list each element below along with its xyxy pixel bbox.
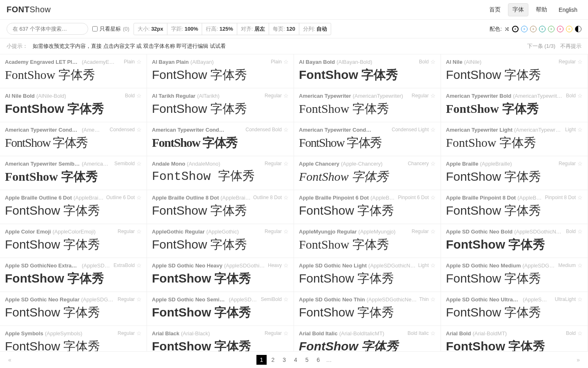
font-preview[interactable]: FontShow 字体秀	[152, 271, 289, 286]
star-icon[interactable]: ☆	[577, 160, 583, 167]
page-number[interactable]: 6	[313, 355, 324, 360]
font-preview[interactable]: FontShow 字体秀	[299, 67, 436, 82]
font-preview[interactable]: FontShow 字体秀	[152, 169, 289, 184]
font-preview[interactable]: FontShow 字体秀	[152, 101, 289, 116]
font-preview[interactable]: FontShow 字体秀	[5, 135, 142, 150]
contrast-icon[interactable]	[575, 26, 581, 32]
font-card[interactable]: Apple SD Gothic Neo Heavy(AppleSDGothi…H…	[147, 258, 294, 292]
nav-help[interactable]: 帮助	[532, 4, 551, 16]
star-icon[interactable]: ☆	[136, 330, 142, 337]
starred-checkbox[interactable]	[92, 26, 98, 31]
font-card[interactable]: American Typewriter Semibold(America…Sem…	[0, 156, 147, 190]
font-card[interactable]: Apple Color Emoji(AppleColorEmoji)Regula…	[0, 224, 147, 258]
font-preview[interactable]: FontShow 字体秀	[446, 135, 583, 150]
starred-filter[interactable]: 只看星标 (0)	[92, 25, 129, 33]
star-icon[interactable]: ☆	[577, 126, 583, 133]
search-input[interactable]	[7, 23, 88, 35]
star-icon[interactable]: ☆	[283, 330, 289, 337]
font-preview[interactable]: FontShow 字体秀	[299, 271, 436, 286]
star-icon[interactable]: ☆	[430, 194, 436, 201]
star-icon[interactable]: ☆	[430, 126, 436, 133]
font-card[interactable]: Apple Braille(AppleBraille)Regular☆FontS…	[441, 156, 588, 190]
page-last[interactable]: »	[572, 355, 585, 360]
star-icon[interactable]: ☆	[430, 330, 436, 337]
palette-swatch[interactable]	[539, 26, 546, 32]
font-card[interactable]: American Typewriter Condensed B…Condense…	[147, 122, 294, 156]
shuffle-icon[interactable]: ⤭	[504, 25, 510, 33]
nav-home[interactable]: 首页	[485, 4, 505, 16]
font-preview[interactable]: FontShow 字体秀	[152, 135, 289, 150]
nav-lang[interactable]: English	[555, 4, 581, 16]
star-icon[interactable]: ☆	[577, 58, 583, 65]
star-icon[interactable]: ☆	[283, 92, 289, 99]
page-number[interactable]: 5	[302, 355, 312, 360]
star-icon[interactable]: ☆	[430, 92, 436, 99]
font-preview[interactable]: FontShow 字体秀	[446, 305, 583, 320]
font-card[interactable]: Apple SD Gothic Neo Medium(AppleSDGo…Med…	[441, 258, 588, 292]
star-icon[interactable]: ☆	[136, 194, 142, 201]
font-preview[interactable]: FontShow 字体秀	[5, 101, 142, 116]
font-card[interactable]: Apple Braille Outline 6 Dot(AppleBrail…O…	[0, 190, 147, 224]
palette-swatch[interactable]	[548, 26, 555, 32]
page-number[interactable]: 1	[256, 355, 267, 360]
star-icon[interactable]: ☆	[430, 160, 436, 167]
font-preview[interactable]: FontShow 字体秀	[152, 67, 289, 82]
font-preview[interactable]: FontShow 字体秀	[299, 203, 436, 218]
star-icon[interactable]: ☆	[136, 92, 142, 99]
font-card[interactable]: Apple SD Gothic Neo Thin(AppleSDGothicNe…	[294, 292, 441, 326]
font-preview[interactable]: FontShow 字体秀	[5, 67, 142, 82]
size-control[interactable]: 大小: 32px	[134, 23, 167, 35]
columns-control[interactable]: 分列: 自动	[299, 23, 331, 35]
font-preview[interactable]: FontShow 字体秀	[299, 101, 436, 116]
star-icon[interactable]: ☆	[136, 126, 142, 133]
palette-swatch[interactable]	[512, 26, 519, 32]
star-icon[interactable]: ☆	[136, 160, 142, 167]
star-icon[interactable]: ☆	[283, 228, 289, 235]
palette-swatch[interactable]	[521, 26, 528, 32]
font-card[interactable]: Apple SD Gothic Neo Regular(AppleSDGot…R…	[0, 292, 147, 326]
spacing-control[interactable]: 字距: 100%	[167, 23, 203, 35]
nav-fonts[interactable]: 字体	[508, 3, 528, 16]
page-number[interactable]: 3	[279, 355, 290, 360]
page-first[interactable]: «	[3, 355, 16, 360]
page-number[interactable]: 2	[267, 355, 278, 360]
star-icon[interactable]: ☆	[283, 296, 289, 303]
star-icon[interactable]: ☆	[430, 58, 436, 65]
font-card[interactable]: Andale Mono(AndaleMono)Regular☆FontShow …	[147, 156, 294, 190]
star-icon[interactable]: ☆	[577, 194, 583, 201]
font-preview[interactable]: FontShow 字体秀	[446, 271, 583, 286]
star-icon[interactable]: ☆	[577, 228, 583, 235]
font-card[interactable]: American Typewriter(AmericanTypewriter)R…	[294, 88, 441, 122]
font-preview[interactable]: FontShow 字体秀	[5, 271, 142, 286]
font-preview[interactable]: FontShow 字体秀	[446, 101, 583, 116]
font-preview[interactable]: FontShow 字体秀	[446, 67, 583, 82]
star-icon[interactable]: ☆	[430, 262, 436, 269]
tip-dismiss[interactable]: 不再提示	[560, 43, 581, 50]
font-card[interactable]: AppleMyungjo Regular(AppleMyungjo)Regula…	[294, 224, 441, 258]
star-icon[interactable]: ☆	[577, 330, 583, 337]
font-card[interactable]: Al Tarikh Regular(AlTarikh)Regular☆FontS…	[147, 88, 294, 122]
font-preview[interactable]: FontShow 字体秀	[152, 203, 289, 218]
palette-swatch[interactable]	[530, 26, 537, 32]
font-preview[interactable]: FontShow 字体秀	[5, 305, 142, 320]
perpage-control[interactable]: 每页: 120	[269, 23, 299, 35]
align-control[interactable]: 对齐: 居左	[237, 23, 269, 35]
font-card[interactable]: Apple SD Gothic Neo SemiBold(AppleSD…Sem…	[147, 292, 294, 326]
font-card[interactable]: Apple SD GothicNeo ExtraBold(AppleSD…Ext…	[0, 258, 147, 292]
lineheight-control[interactable]: 行高: 125%	[202, 23, 237, 35]
font-card[interactable]: Al Bayan Plain(AlBayan)Plain☆FontShow 字体…	[147, 54, 294, 88]
font-card[interactable]: Apple Braille Pinpoint 8 Dot(AppleBr…Pin…	[441, 190, 588, 224]
font-preview[interactable]: FontShow 字体秀	[299, 169, 436, 184]
font-card[interactable]: AppleGothic Regular(AppleGothic)Regular☆…	[147, 224, 294, 258]
font-preview[interactable]: FontShow 字体秀	[5, 169, 142, 184]
star-icon[interactable]: ☆	[283, 58, 289, 65]
font-card[interactable]: Al Nile Bold(AlNile-Bold)Bold☆FontShow 字…	[0, 88, 147, 122]
font-card[interactable]: Apple Braille Outline 8 Dot(AppleBrail…O…	[147, 190, 294, 224]
font-card[interactable]: American Typewriter Condensed(Ame…Conden…	[0, 122, 147, 156]
font-card[interactable]: American Typewriter Condensed L…Condense…	[294, 122, 441, 156]
font-preview[interactable]: FontShow 字体秀	[446, 237, 583, 252]
star-icon[interactable]: ☆	[430, 296, 436, 303]
palette-swatch[interactable]	[566, 26, 572, 32]
font-card[interactable]: Al Bayan Bold(AlBayan-Bold)Bold☆FontShow…	[294, 54, 441, 88]
font-card[interactable]: Academy Engraved LET Plain:1.0(AcademyE……	[0, 54, 147, 88]
